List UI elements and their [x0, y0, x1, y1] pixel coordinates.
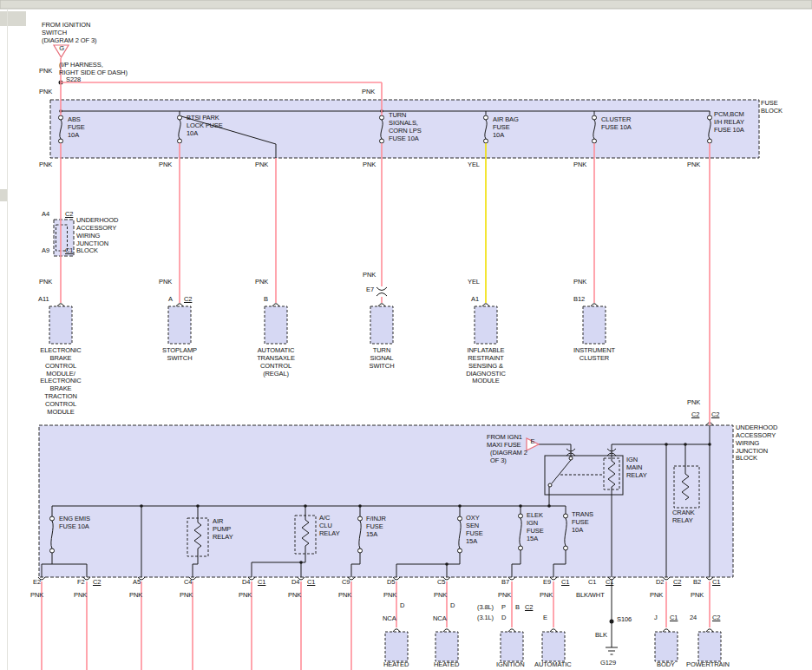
sdm-box — [475, 306, 497, 344]
fuse-label: TRANS FUSE 10A — [572, 511, 598, 535]
component-name: INSTRUMENT CLUSTER — [568, 347, 620, 363]
pin-label: D — [400, 602, 404, 610]
pin-label: E9 — [543, 579, 551, 587]
powertrain-module-box — [698, 632, 721, 661]
wire-color-label: PNK — [30, 592, 43, 600]
pin-label: D4 — [242, 579, 250, 587]
source-note: FROM IGNITION SWITCH — [42, 22, 97, 37]
relay-label: CRANK RELAY — [672, 509, 702, 525]
diagram-canvas — [0, 0, 812, 670]
transaxle-control-box — [265, 306, 287, 344]
e7-inline-connector — [377, 287, 387, 296]
note-label: NCA — [383, 615, 396, 623]
wire-color-label: PNK — [39, 68, 52, 76]
wire-color-label: YEL — [468, 279, 480, 286]
wire-color-label: BLK/WHT — [576, 592, 605, 600]
note-label: NCA — [433, 615, 447, 623]
ground-wire-and-symbol — [606, 581, 618, 654]
pin-label: D — [501, 614, 506, 622]
wire-color-label: PNK — [691, 592, 704, 600]
wire-color-label: PNK — [39, 161, 52, 169]
body-module-box — [655, 632, 678, 661]
fuse-label: TURN SIGNALS, CORN LPS FUSE 10A — [389, 112, 423, 142]
relay-label: AIR PUMP RELAY — [213, 518, 235, 542]
wire-color-label: PNK — [383, 592, 396, 600]
component-name: STOPLAMP SWITCH — [158, 347, 201, 363]
automatic-transaxle-box — [542, 632, 565, 661]
pin-label: A5 — [133, 579, 141, 587]
pin-label: E7 — [366, 286, 374, 294]
block-label: FUSE BLOCK — [761, 100, 790, 115]
pin-label: C9 — [342, 579, 350, 587]
pin-label: D4 — [291, 579, 299, 587]
component-name: AUTOMATIC TRANSAXLE CONTROL (REGAL) — [249, 347, 303, 378]
connector-label: C2 — [691, 411, 699, 419]
top-scrollbar[interactable] — [0, 0, 812, 9]
wire-color-label: PNK — [687, 161, 700, 169]
pin-label: B — [264, 296, 268, 304]
fuse-label: BTSI PARK LOCK FUSE 10A — [187, 115, 226, 138]
turn-signal-switch-box — [370, 306, 393, 344]
wire-color-label: PNK — [363, 161, 376, 169]
source-diagram-ref: (DIAGRAM 2 OF 3) — [42, 37, 96, 45]
load-label: IGNITION — [496, 661, 525, 669]
page-connector-letter: G — [57, 45, 66, 53]
heated-oxy-1-box — [385, 632, 408, 661]
component-name: TURN SIGNAL SWITCH — [362, 347, 402, 371]
component-name: ELECTRONIC BRAKE CONTROL MODULE/ ELECTRO… — [36, 347, 86, 417]
ignition-module-box — [501, 632, 523, 661]
pin-label: D — [450, 602, 455, 610]
heated-oxy-2-box — [435, 632, 458, 661]
wire-color-label: PNK — [687, 399, 700, 407]
page-connector-letter: E — [528, 438, 537, 446]
fuse-label: ABS FUSE 10A — [68, 116, 94, 140]
connector-label: C1 — [670, 614, 678, 622]
fuse-label: AIR BAG FUSE 10A — [493, 116, 522, 140]
wire-color-label: PNK — [74, 592, 87, 600]
fuse-label: ELEK IGN FUSE 15A — [527, 512, 549, 542]
pin-label: D2 — [656, 579, 664, 587]
fuse-label: PCM,BCM I/H RELAY FUSE 10A — [714, 111, 747, 135]
wire-color-label: PNK — [498, 592, 511, 600]
connector-label: C1 — [307, 579, 315, 587]
block-label: UNDERHOOD ACCESSORY WIRING JUNCTION BLOC… — [76, 217, 127, 255]
splice-label: S106 — [617, 616, 632, 624]
relay-switch-contact — [548, 483, 552, 487]
connector-label: C2 — [673, 579, 681, 587]
wiring-diagram-page: FROM IGNITION SWITCH (DIAGRAM 2 OF 3) G … — [0, 0, 812, 670]
wire-color-label: PNK — [39, 279, 52, 286]
engine-variant-label: (3.8L) — [477, 604, 494, 612]
pin-label: A1 — [471, 296, 479, 304]
wire-color-label: PNK — [159, 279, 172, 286]
block-label: UNDERHOOD ACCESSORY WIRING JUNCTION BLOC… — [736, 424, 786, 463]
connector-label: C2 — [711, 411, 719, 419]
pin-label: B12 — [573, 296, 585, 304]
wire-color-label: PNK — [573, 161, 586, 169]
pin-label: E — [543, 614, 547, 622]
relay-switch-pivot — [569, 457, 573, 460]
source-note: FROM IGN1 MAXI FUSE — [487, 434, 527, 450]
connector-label: C1 — [65, 247, 73, 255]
wire-color-label: PNK — [362, 89, 375, 96]
wire-color-label: PNK — [39, 89, 52, 96]
pin-label: J — [654, 614, 658, 622]
pin-label: C5 — [437, 579, 445, 587]
pin-label: P — [501, 604, 506, 612]
load-label: AUTOMATIC — [534, 661, 572, 669]
wire-color-label: PNK — [363, 272, 376, 279]
engine-variant-label: (3.1L) — [477, 614, 494, 622]
load-label: BODY — [657, 661, 675, 669]
pin-label: A9 — [42, 247, 49, 255]
wire-color-label: PNK — [434, 592, 447, 600]
pin-label: B2 — [693, 579, 701, 587]
pin-label: B7 — [501, 579, 509, 587]
pin-label: D5 — [387, 579, 395, 587]
fuse-label: OXY SEN FUSE 15A — [466, 515, 488, 545]
connector-label: C2 — [65, 211, 73, 219]
component-name: INFLATABLE RESTRAINT SENSING & DIAGNOSTI… — [457, 347, 514, 385]
pin-label: C1 — [588, 579, 596, 587]
wire-color-label: PNK — [650, 592, 663, 600]
pin-label: F2 — [77, 579, 85, 587]
wire-color-label: PNK — [255, 279, 268, 286]
wire-color-label: PNK — [255, 161, 268, 169]
